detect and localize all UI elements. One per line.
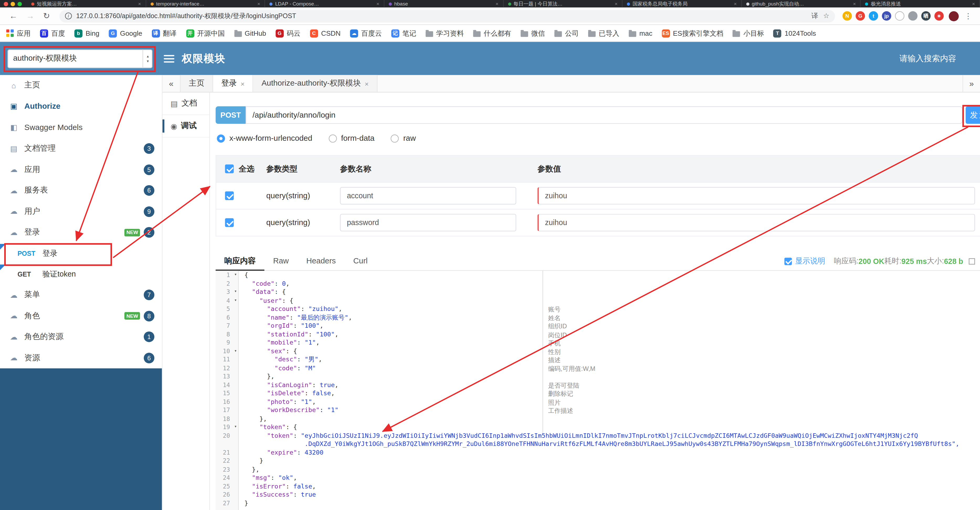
response-tab-Headers[interactable]: Headers (298, 252, 345, 271)
send-button[interactable]: 发送 (966, 106, 980, 124)
browser-tab[interactable]: LDAP - Compose…× (265, 0, 384, 8)
bookmark-item[interactable]: ESES搜索引擎文档 (662, 29, 723, 38)
sidebar-item-角色[interactable]: ☁角色NEW8 (0, 305, 162, 327)
bookmark-item[interactable]: 学习资料 (426, 29, 464, 38)
fold-icon[interactable]: ▾ (234, 271, 237, 279)
tab-close-icon[interactable]: × (365, 80, 369, 88)
browser-menu-icon[interactable]: ⋮ (964, 11, 972, 20)
bookmark-item[interactable]: G码云 (275, 29, 301, 38)
page-info-icon[interactable]: i (65, 13, 72, 19)
tab-close-icon[interactable]: × (615, 1, 617, 6)
tab-close-icon[interactable]: × (734, 1, 737, 6)
twitter-extension-icon[interactable]: t (869, 11, 878, 21)
sidebar-item-角色的资源[interactable]: ☁角色的资源1 (0, 327, 162, 347)
rail-item-debug[interactable]: ◉ 调试 (162, 115, 210, 138)
response-tab-响应内容[interactable]: 响应内容 (216, 252, 264, 271)
row-checkbox[interactable] (225, 191, 234, 200)
select-stepper-icon[interactable]: ▴▾ (143, 49, 153, 68)
sidebar-item-菜单[interactable]: ☁菜单7 (0, 284, 162, 305)
browser-tab[interactable]: temporary-interface…× (146, 0, 265, 8)
tab-Authorize-authority-权限模块[interactable]: Authorize-authority-权限模块× (253, 75, 378, 92)
bookmark-item[interactable]: GitHub (234, 29, 266, 37)
response-editor[interactable]: 1▾23▾4▾5678910▾111213141516171819▾202122… (216, 271, 980, 510)
tab-close-icon[interactable]: × (853, 1, 856, 6)
fullscreen-icon[interactable] (969, 258, 975, 264)
row-checkbox[interactable] (225, 218, 234, 227)
fold-icon[interactable]: ▾ (234, 296, 237, 304)
profile-avatar[interactable] (949, 11, 959, 21)
bookmark-item[interactable]: GGoogle (109, 29, 142, 37)
tab-close-icon[interactable]: × (376, 1, 379, 6)
window-close-icon[interactable] (4, 2, 8, 6)
content-type-option[interactable]: x-www-form-urlencoded (217, 134, 312, 143)
reload-icon[interactable]: ↻ (43, 12, 50, 20)
jp-extension-icon[interactable]: jp (882, 11, 891, 21)
bookmark-item[interactable]: 已导入 (588, 29, 619, 38)
forward-icon[interactable]: → (26, 12, 34, 20)
screenshot-extension-icon[interactable]: 晒 (921, 11, 931, 21)
bookmark-item[interactable]: 小目标 (733, 29, 764, 38)
bookmark-item[interactable]: CCSDN (310, 29, 340, 37)
tab-主页[interactable]: 主页 (180, 75, 213, 92)
bookmark-item[interactable]: 译翻译 (152, 29, 177, 38)
fold-icon[interactable]: ▾ (234, 288, 237, 296)
sidebar-item-Authorize[interactable]: ▣Authorize (0, 96, 162, 117)
ring-extension-icon[interactable] (895, 11, 904, 21)
browser-tab[interactable]: 每日一题 | 今日算法…× (503, 0, 622, 8)
sidebar-endpoint-get[interactable]: GET验证token (0, 264, 162, 284)
response-tab-Curl[interactable]: Curl (345, 252, 376, 271)
bookmark-item[interactable]: 微信 (521, 29, 545, 38)
tab-close-icon[interactable]: × (972, 1, 975, 6)
sidebar-endpoint-post[interactable]: POST登录 (0, 243, 162, 264)
param-name-input[interactable]: account (340, 187, 516, 205)
sidebar-item-服务表[interactable]: ☁服务表6 (0, 180, 162, 201)
browser-tab[interactable]: 国家税务总局电子税务局× (622, 0, 742, 8)
rail-item-doc[interactable]: ▤ 文档 (162, 92, 210, 115)
translate-icon[interactable]: 译 (811, 11, 818, 21)
bookmark-item[interactable]: ☁百度云 (350, 29, 382, 38)
bookmark-item[interactable]: mac (629, 29, 652, 37)
show-description-checkbox[interactable] (784, 257, 792, 265)
shield-extension-icon[interactable] (908, 11, 918, 21)
tab-close-icon[interactable]: × (241, 80, 245, 88)
param-value-input[interactable]: zuihou (538, 214, 975, 231)
hamburger-icon[interactable] (164, 55, 174, 62)
select-all-checkbox[interactable] (225, 164, 234, 173)
api-url-input[interactable]: /api/authority/anno/login (246, 106, 963, 124)
tab-close-icon[interactable]: × (138, 1, 141, 6)
response-tab-Raw[interactable]: Raw (264, 252, 298, 271)
bookmark-star-icon[interactable]: ☆ (823, 12, 830, 20)
fold-icon[interactable]: ▾ (234, 347, 237, 355)
window-zoom-icon[interactable] (18, 2, 22, 6)
google-extension-icon[interactable]: G (856, 11, 865, 21)
tab-scroll-left-icon[interactable]: « (162, 75, 180, 92)
tab-close-icon[interactable]: × (495, 1, 498, 6)
bookmark-item[interactable]: T1024Tools (773, 29, 816, 37)
browser-tab[interactable]: github_push实现自动…× (742, 0, 861, 8)
window-minimize-icon[interactable] (11, 2, 15, 6)
bookmark-item[interactable]: 记笔记 (391, 29, 416, 38)
sidebar-item-登录[interactable]: ☁登录NEW2 (0, 222, 162, 243)
back-icon[interactable]: ← (10, 12, 18, 20)
bookmark-item[interactable]: 百百度 (40, 29, 65, 38)
tab-登录[interactable]: 登录× (213, 75, 253, 92)
param-value-input[interactable]: zuihou (538, 187, 975, 205)
header-search-input[interactable]: 请输入搜索内容 (899, 53, 956, 64)
bookmark-item[interactable]: 应用 (6, 29, 31, 38)
bookmark-item[interactable]: 什么都有 (473, 29, 511, 38)
bookmark-item[interactable]: 开开源中国 (186, 29, 225, 38)
tab-scroll-right-icon[interactable]: » (963, 75, 980, 92)
content-type-option[interactable]: form-data (329, 134, 374, 143)
browser-tab[interactable]: 极光消息推送× (861, 0, 980, 8)
sidebar-item-文档管理[interactable]: ▤文档管理3 (0, 138, 162, 159)
bookmark-item[interactable]: 公司 (554, 29, 579, 38)
sidebar-item-主页[interactable]: ⌂主页 (0, 75, 162, 96)
browser-tab[interactable]: 短视频运营方案…× (27, 0, 146, 8)
param-name-input[interactable]: password (340, 214, 516, 231)
bookmark-item[interactable]: bBing (74, 29, 99, 37)
asterisk-extension-icon[interactable]: ∗ (934, 11, 944, 21)
notes-extension-icon[interactable]: N (843, 11, 852, 21)
sidebar-item-应用[interactable]: ☁应用5 (0, 159, 162, 180)
content-type-option[interactable]: raw (391, 134, 416, 143)
sidebar-item-Swagger Models[interactable]: ◧Swagger Models (0, 117, 162, 138)
